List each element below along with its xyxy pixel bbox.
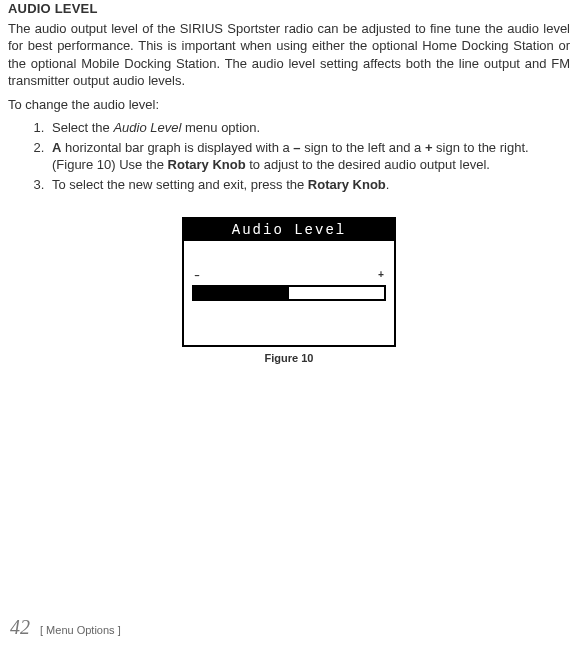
step-2-text-b: horizontal bar graph is displayed with a [61,140,293,155]
footer-section: [ Menu Options ] [40,623,121,638]
page-number: 42 [10,614,30,641]
change-line: To change the audio level: [8,96,570,114]
step-1-text-b: menu option. [181,120,260,135]
steps-list: Select the Audio Level menu option. A ho… [8,119,570,193]
screen-titlebar: Audio Level [184,219,394,241]
step-1-italic: Audio Level [113,120,181,135]
plus-icon: + [378,269,384,283]
pm-row: – + [192,269,386,283]
figure-10: Audio Level – + Figure 10 [8,217,570,366]
step-2-bold-a: A [52,140,61,155]
step-2-minus: – [293,140,300,155]
level-bar [192,285,386,301]
step-2-text-e: to adjust to the desired audio output le… [246,157,490,172]
level-bar-fill [194,287,289,299]
figure-caption: Figure 10 [265,351,314,366]
minus-icon: – [194,269,200,283]
step-2-plus: + [425,140,433,155]
section-heading: AUDIO LEVEL [8,0,570,18]
step-2: A horizontal bar graph is displayed with… [48,139,570,174]
step-3: To select the new setting and exit, pres… [48,176,570,194]
step-1-text-a: Select the [52,120,113,135]
screen-body: – + [184,241,394,345]
device-screen: Audio Level – + [182,217,396,347]
step-3-rk: Rotary Knob [308,177,386,192]
step-2-rk1: Rotary Knob [168,157,246,172]
step-3-text-a: To select the new setting and exit, pres… [52,177,308,192]
step-1: Select the Audio Level menu option. [48,119,570,137]
step-2-text-c: sign to the left and a [301,140,425,155]
intro-paragraph: The audio output level of the SIRIUS Spo… [8,20,570,90]
step-3-text-b: . [386,177,390,192]
screen-title: Audio Level [232,221,346,240]
footer: 42 [ Menu Options ] [10,614,121,641]
